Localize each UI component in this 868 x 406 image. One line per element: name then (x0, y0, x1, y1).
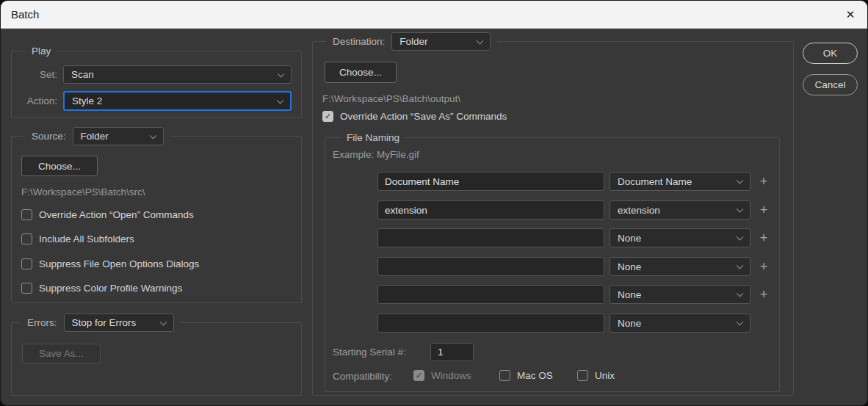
naming-dropdown-2[interactable]: extension (610, 200, 751, 220)
override-saveas-label: Override Action “Save As” Commands (340, 111, 507, 122)
compat-windows-label: Windows (431, 370, 471, 381)
source-label: Source: (32, 131, 66, 142)
naming-dropdown-1[interactable]: Document Name (610, 172, 751, 191)
errors-group: Errors: Stop for Errors Save As... (11, 322, 302, 396)
compat-windows-checkbox: ✓ (413, 370, 424, 381)
errors-label: Errors: (27, 317, 57, 328)
chevron-down-icon (278, 70, 285, 77)
source-group: Source: Folder Choose... F:\Workspace\PS… (11, 136, 302, 303)
screen: Batch ✕ Play Set: Scan Action: Style 2 (0, 0, 868, 406)
action-label: Action: (12, 92, 57, 111)
naming-field-6[interactable] (377, 313, 604, 333)
starting-serial-input[interactable] (430, 343, 474, 361)
compat-windows-row: ✓ Windows (413, 370, 471, 381)
source-choose-button[interactable]: Choose... (21, 156, 98, 176)
title-bar[interactable]: Batch ✕ (1, 1, 867, 29)
action-dropdown-value: Style 2 (72, 95, 102, 106)
override-saveas-row: ✓ Override Action “Save As” Commands (322, 111, 507, 122)
destination-label: Destination: (333, 36, 385, 47)
destination-group: Destination: Folder Choose... F:\Workspa… (312, 41, 794, 396)
set-dropdown-value: Scan (71, 69, 94, 80)
naming-dropdown-2-value: extension (618, 205, 660, 216)
naming-dropdown-6-value: None (618, 318, 641, 329)
starting-serial-label: Starting Serial #: (333, 343, 406, 361)
naming-field-3[interactable] (377, 228, 604, 247)
destination-dropdown-value: Folder (399, 36, 427, 47)
chevron-down-icon (277, 96, 284, 104)
batch-dialog: Batch ✕ Play Set: Scan Action: Style 2 (0, 0, 868, 406)
file-naming-title: File Naming (341, 131, 405, 144)
chevron-down-icon (159, 318, 167, 325)
add-naming-element-button-1[interactable]: + (757, 172, 770, 191)
add-naming-element-button-4[interactable]: + (757, 257, 770, 276)
add-naming-element-button-5[interactable]: + (757, 285, 770, 304)
override-open-checkbox[interactable] (21, 209, 32, 220)
naming-field-5[interactable] (377, 285, 604, 304)
save-as-button: Save As... (22, 344, 101, 363)
set-label: Set: (12, 65, 57, 84)
include-subfolders-row: Include All Subfolders (21, 233, 134, 244)
destination-choose-button[interactable]: Choose... (325, 62, 397, 83)
chevron-down-icon (737, 233, 744, 241)
play-group-title: Play (26, 45, 56, 57)
naming-dropdown-1-value: Document Name (618, 176, 692, 187)
source-dropdown-value: Folder (81, 131, 109, 142)
errors-dropdown[interactable]: Stop for Errors (64, 313, 174, 332)
add-naming-element-button-3[interactable]: + (757, 228, 770, 247)
naming-dropdown-5[interactable]: None (610, 285, 751, 304)
errors-dropdown-value: Stop for Errors (72, 317, 137, 328)
naming-dropdown-4[interactable]: None (610, 257, 751, 276)
override-open-row: Override Action “Open” Commands (21, 209, 194, 220)
override-saveas-checkbox[interactable]: ✓ (322, 111, 333, 122)
compat-unix-checkbox[interactable] (577, 370, 588, 381)
dialog-title: Batch (11, 1, 39, 29)
dialog-body: Play Set: Scan Action: Style 2 Source: F… (1, 29, 867, 406)
naming-field-4[interactable] (377, 257, 604, 276)
suppress-open-options-row: Suppress File Open Options Dialogs (21, 258, 199, 269)
naming-field-2[interactable] (377, 200, 604, 220)
check-icon: ✓ (416, 371, 422, 380)
suppress-color-profile-label: Suppress Color Profile Warnings (39, 283, 182, 294)
chevron-down-icon (737, 319, 744, 326)
file-naming-example: Example: MyFile.gif (333, 149, 419, 160)
play-group: Play Set: Scan Action: Style 2 (11, 51, 302, 118)
action-dropdown[interactable]: Style 2 (63, 91, 292, 111)
set-dropdown[interactable]: Scan (63, 65, 292, 84)
compatibility-label: Compatibility: (333, 370, 392, 383)
source-path: F:\Workspace\PS\Batch\src\ (21, 186, 145, 197)
compat-unix-label: Unix (595, 370, 615, 381)
naming-dropdown-6[interactable]: None (610, 313, 751, 333)
suppress-open-options-label: Suppress File Open Options Dialogs (39, 258, 199, 269)
naming-dropdown-3-value: None (618, 233, 641, 244)
compat-macos-row: Mac OS (499, 370, 553, 381)
source-dropdown[interactable]: Folder (73, 127, 164, 145)
cancel-button[interactable]: Cancel (803, 74, 858, 95)
suppress-color-profile-row: Suppress Color Profile Warnings (21, 283, 182, 294)
suppress-open-options-checkbox[interactable] (21, 258, 32, 269)
naming-dropdown-4-value: None (618, 261, 641, 272)
chevron-down-icon (737, 206, 744, 213)
compat-macos-label: Mac OS (517, 370, 553, 381)
add-naming-element-button-2[interactable]: + (757, 200, 770, 220)
naming-dropdown-3[interactable]: None (610, 228, 751, 247)
close-button[interactable]: ✕ (841, 6, 860, 23)
destination-dropdown[interactable]: Folder (391, 32, 491, 51)
include-subfolders-label: Include All Subfolders (39, 233, 134, 244)
ok-button[interactable]: OK (803, 43, 858, 64)
close-icon: ✕ (846, 8, 856, 21)
naming-dropdown-5-value: None (618, 289, 641, 300)
compat-macos-checkbox[interactable] (499, 370, 510, 381)
file-naming-group: File Naming Example: MyFile.gif Document… (325, 137, 780, 392)
check-icon: ✓ (325, 112, 331, 121)
naming-field-1[interactable] (377, 172, 604, 191)
chevron-down-icon (477, 37, 484, 44)
chevron-down-icon (737, 290, 744, 297)
chevron-down-icon (737, 177, 744, 184)
include-subfolders-checkbox[interactable] (21, 233, 32, 244)
compat-unix-row: Unix (577, 370, 615, 381)
chevron-down-icon (149, 131, 156, 139)
chevron-down-icon (737, 262, 744, 269)
destination-path: F:\Workspace\PS\Batch\output\ (322, 93, 460, 104)
override-open-label: Override Action “Open” Commands (39, 209, 194, 220)
suppress-color-profile-checkbox[interactable] (21, 283, 32, 294)
